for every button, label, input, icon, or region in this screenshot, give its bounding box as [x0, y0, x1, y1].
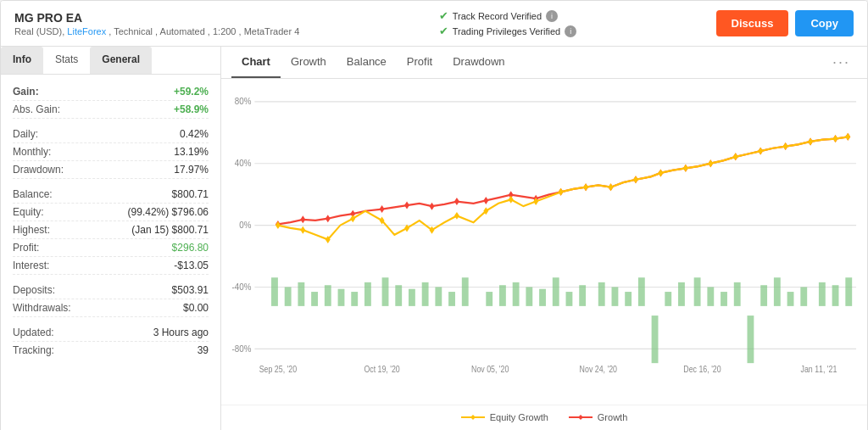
interest-value: -$13.05 [174, 260, 209, 271]
svg-rect-23 [364, 282, 371, 306]
chart-area: 80% 40% 0% -40% -80% Sep 25, '20 Oct 19,… [221, 79, 867, 401]
svg-rect-51 [760, 285, 767, 306]
svg-rect-19 [311, 292, 318, 306]
svg-marker-93 [559, 188, 564, 196]
svg-text:Oct 19, '20: Oct 19, '20 [364, 365, 399, 375]
svg-rect-34 [526, 287, 532, 305]
svg-rect-37 [566, 292, 573, 306]
equity-value: (99.42%) $796.06 [128, 206, 209, 218]
updated-value: 3 Hours ago [153, 327, 209, 338]
right-panel: Chart Growth Balance Profit Drawdown ···… [221, 47, 867, 430]
svg-rect-25 [395, 285, 402, 306]
info-icon-2[interactable]: i [565, 25, 576, 37]
svg-marker-60 [326, 215, 331, 222]
header-left: MG PRO EA Real (USD), LiteForex , Techni… [14, 11, 299, 36]
svg-rect-26 [409, 289, 415, 306]
monthly-label: Monthly: [13, 146, 51, 158]
stat-row-gain: Gain: +59.2% [13, 83, 209, 101]
stat-row-profit: Profit: $296.80 [13, 239, 209, 257]
svg-marker-100 [733, 153, 738, 160]
copy-button[interactable]: Copy [795, 10, 854, 36]
legend-growth: Growth [569, 412, 627, 422]
stat-row-drawdown: Drawdown: 17.97% [13, 161, 209, 179]
gain-label: Gain: [13, 86, 39, 98]
svg-marker-82 [275, 221, 281, 229]
left-panel: Info Stats General Gain: +59.2% Abs. Gai… [1, 47, 221, 430]
abs-gain-value: +58.9% [174, 103, 209, 115]
svg-rect-52 [774, 277, 781, 306]
svg-text:Nov 05, '20: Nov 05, '20 [471, 365, 509, 375]
svg-rect-41 [625, 292, 632, 306]
profit-label: Profit: [13, 242, 39, 254]
stat-row-abs-gain: Abs. Gain: +58.9% [13, 101, 209, 119]
svg-marker-101 [758, 148, 763, 155]
equity-label: Equity: [13, 206, 44, 218]
svg-rect-57 [845, 277, 852, 306]
svg-rect-46 [694, 277, 701, 306]
svg-marker-105 [845, 133, 850, 141]
profit-value: $296.80 [172, 242, 209, 254]
svg-text:80%: 80% [235, 96, 252, 107]
tab-general[interactable]: General [90, 47, 152, 74]
discuss-button[interactable]: Discuss [716, 10, 789, 36]
growth-label: Growth [598, 412, 627, 422]
ea-title: MG PRO EA [14, 11, 299, 25]
tab-stats[interactable]: Stats [43, 47, 90, 74]
stat-row-deposits: Deposits: $503.91 [13, 282, 209, 299]
balance-value: $800.71 [172, 188, 209, 200]
svg-marker-99 [708, 159, 713, 167]
tab-profit[interactable]: Profit [397, 47, 442, 78]
svg-text:Nov 24, '20: Nov 24, '20 [580, 365, 617, 375]
gain-value: +59.2% [174, 86, 209, 98]
broker-link[interactable]: LiteForex [67, 26, 106, 36]
equity-growth-label: Equity Growth [490, 412, 548, 422]
svg-text:Sep 25, '20: Sep 25, '20 [259, 365, 297, 375]
svg-rect-36 [553, 277, 559, 306]
svg-marker-104 [833, 135, 838, 142]
svg-marker-102 [783, 142, 788, 150]
svg-text:-80%: -80% [232, 343, 252, 354]
svg-rect-28 [435, 287, 442, 305]
svg-rect-30 [462, 277, 469, 306]
tab-chart[interactable]: Chart [231, 47, 281, 78]
svg-rect-33 [513, 282, 520, 306]
svg-marker-94 [583, 183, 588, 191]
svg-rect-45 [678, 282, 685, 306]
more-options-button[interactable]: ··· [826, 47, 857, 78]
svg-rect-55 [819, 282, 826, 306]
svg-text:Jan 11, '21: Jan 11, '21 [800, 365, 837, 375]
svg-marker-63 [404, 202, 409, 209]
svg-text:Dec 16, '20: Dec 16, '20 [683, 365, 721, 375]
tracking-label: Tracking: [13, 344, 54, 356]
check-icon-2: ✔ [439, 25, 448, 37]
legend-equity: Equity Growth [461, 412, 548, 422]
svg-marker-85 [350, 215, 355, 222]
svg-rect-35 [539, 289, 546, 306]
tab-growth[interactable]: Growth [281, 47, 337, 78]
svg-marker-89 [454, 212, 459, 220]
svg-marker-97 [658, 169, 663, 176]
svg-rect-17 [285, 287, 292, 305]
svg-rect-22 [351, 292, 358, 306]
svg-rect-18 [298, 282, 304, 306]
svg-marker-65 [454, 198, 459, 205]
svg-marker-103 [808, 137, 813, 145]
balance-label: Balance: [13, 188, 53, 200]
tracking-value: 39 [198, 344, 209, 356]
stat-row-balance: Balance: $800.71 [13, 186, 209, 204]
svg-rect-56 [832, 285, 839, 306]
info-icon-1[interactable]: i [546, 10, 558, 22]
stat-row-equity: Equity: (99.42%) $796.06 [13, 204, 209, 221]
highest-label: Highest: [13, 224, 50, 236]
svg-marker-98 [683, 165, 688, 172]
svg-rect-32 [499, 285, 506, 306]
svg-rect-27 [422, 282, 429, 306]
svg-marker-62 [380, 205, 385, 213]
withdrawals-label: Withdrawals: [13, 302, 71, 314]
tab-info[interactable]: Info [1, 47, 43, 74]
tab-balance[interactable]: Balance [337, 47, 397, 78]
tab-drawdown[interactable]: Drawdown [442, 47, 515, 78]
svg-rect-54 [800, 287, 807, 305]
chart-legend: Equity Growth Growth [221, 405, 867, 430]
svg-rect-20 [325, 285, 331, 306]
